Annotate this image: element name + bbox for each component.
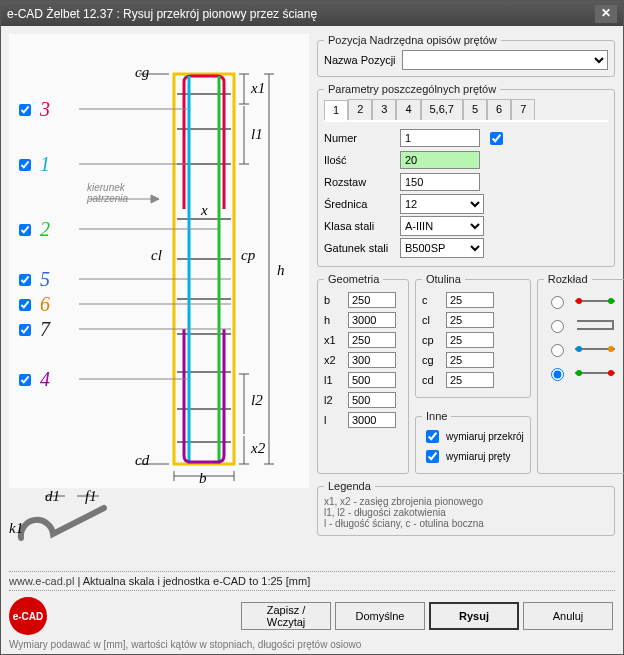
klasa-select[interactable]: A-IIIN (400, 216, 484, 236)
bar-3-label: 3 (40, 98, 50, 121)
main-window: e-CAD Żelbet 12.37 : Rysuj przekrój pion… (0, 0, 624, 655)
tab-4[interactable]: 4 (396, 99, 420, 120)
ilosc-input[interactable] (400, 151, 480, 169)
dim-x: x (201, 202, 208, 219)
cover-group: Otulina c cl cp cg cd (415, 273, 531, 398)
dim-k1: k1 (9, 520, 23, 537)
geo-b[interactable] (348, 292, 396, 308)
geometry-group: Geometria b h x1 x2 l1 l2 l (317, 273, 409, 474)
titlebar: e-CAD Żelbet 12.37 : Rysuj przekrój pion… (1, 1, 623, 26)
view-dir1: kierunek (87, 182, 125, 193)
geo-h[interactable] (348, 312, 396, 328)
tabs: 1 2 3 4 5,6,7 5 6 7 (324, 99, 608, 122)
gatunek-label: Gatunek stali (324, 242, 394, 254)
srednica-label: Średnica (324, 198, 394, 210)
bar-3-checkbox[interactable] (19, 104, 31, 116)
dim-x2: x2 (251, 440, 265, 457)
svg-point-43 (608, 298, 614, 304)
cov-c[interactable] (446, 292, 494, 308)
draw-button[interactable]: Rysuj (429, 602, 519, 630)
bar-1-label: 1 (40, 153, 50, 176)
hook-sketch: d1 f1 k1 (9, 490, 309, 546)
dim-x1: x1 (251, 80, 265, 97)
layout-opt-4[interactable] (551, 368, 564, 381)
status-line: www.e-cad.pl | Aktualna skala i jednostk… (9, 571, 615, 591)
bar-4-label: 4 (40, 368, 50, 391)
geo-l1[interactable] (348, 372, 396, 388)
cov-cg[interactable] (446, 352, 494, 368)
svg-marker-21 (151, 195, 159, 203)
dim-bars-check[interactable] (426, 450, 439, 463)
tab-7[interactable]: 7 (511, 99, 535, 120)
svg-point-42 (576, 298, 582, 304)
geo-x1[interactable] (348, 332, 396, 348)
params-group: Parametry poszczególnych prętów 1 2 3 4 … (317, 83, 615, 267)
tab-1[interactable]: 1 (324, 100, 348, 121)
layout-icon-4 (573, 365, 617, 381)
dim-l1: l1 (251, 126, 263, 143)
rozstaw-label: Rozstaw (324, 176, 394, 188)
footer-tail: | Aktualna skala i jednostka e-CAD to 1:… (74, 575, 310, 587)
section-drawing: 3 1 2 5 6 7 4 cg cd x1 l1 l2 x2 h b cp c… (9, 34, 309, 488)
footer-url[interactable]: www.e-cad.pl (9, 575, 74, 587)
bar-6-checkbox[interactable] (19, 299, 31, 311)
svg-point-45 (576, 346, 582, 352)
legend-legend: Legenda (324, 480, 375, 492)
gatunek-select[interactable]: B500SP (400, 238, 484, 258)
bar-2-checkbox[interactable] (19, 224, 31, 236)
bar-4-checkbox[interactable] (19, 374, 31, 386)
dim-cp: cp (241, 247, 255, 264)
window-title: e-CAD Żelbet 12.37 : Rysuj przekrój pion… (7, 7, 595, 21)
geo-l[interactable] (348, 412, 396, 428)
tab-567[interactable]: 5,6,7 (421, 99, 463, 120)
tab-2[interactable]: 2 (348, 99, 372, 120)
cov-cd[interactable] (446, 372, 494, 388)
cov-cp[interactable] (446, 332, 494, 348)
srednica-select[interactable]: 12 (400, 194, 484, 214)
numer-input[interactable] (400, 129, 480, 147)
bar-6-label: 6 (40, 293, 50, 316)
numer-checkbox[interactable] (490, 132, 503, 145)
bar-7-label: 7 (40, 318, 50, 341)
cancel-button[interactable]: Anuluj (523, 602, 613, 630)
cov-cl[interactable] (446, 312, 494, 328)
tab-5[interactable]: 5 (463, 99, 487, 120)
hint-line: Wymiary podawać w [mm], wartości kątów w… (9, 639, 615, 650)
rozstaw-input[interactable] (400, 173, 480, 191)
layout-opt-2[interactable] (551, 320, 564, 333)
svg-point-49 (608, 370, 614, 376)
ilosc-label: Ilość (324, 154, 394, 166)
geometry-legend: Geometria (324, 273, 383, 285)
bar-7-checkbox[interactable] (19, 324, 31, 336)
layout-icon-2 (573, 317, 617, 333)
close-button[interactable]: ✕ (595, 5, 617, 23)
tab-6[interactable]: 6 (487, 99, 511, 120)
geo-l2[interactable] (348, 392, 396, 408)
layout-opt-1[interactable] (551, 296, 564, 309)
tab-3[interactable]: 3 (372, 99, 396, 120)
klasa-label: Klasa stali (324, 220, 394, 232)
layout-group: Rozkład (537, 273, 624, 474)
layout-opt-3[interactable] (551, 344, 564, 357)
position-legend: Pozycja Nadrzędna opisów prętów (324, 34, 501, 46)
dim-h: h (277, 262, 285, 279)
bar-1-checkbox[interactable] (19, 159, 31, 171)
legend-line-2: l1, l2 - długości zakotwienia (324, 507, 608, 518)
legend-line-3: l - długość ściany, c - otulina boczna (324, 518, 608, 529)
cover-legend: Otulina (422, 273, 465, 285)
default-button[interactable]: Domyślne (335, 602, 425, 630)
position-label: Nazwa Pozycji (324, 54, 396, 66)
layout-icon-3 (573, 341, 617, 357)
dim-section-check[interactable] (426, 430, 439, 443)
layout-legend: Rozkład (544, 273, 592, 285)
dim-f1: f1 (85, 488, 97, 505)
dim-l2: l2 (251, 392, 263, 409)
position-select[interactable] (402, 50, 608, 70)
bar-5-checkbox[interactable] (19, 274, 31, 286)
save-load-button[interactable]: Zapisz / Wczytaj (241, 602, 331, 630)
svg-point-48 (576, 370, 582, 376)
dim-cd: cd (135, 452, 149, 469)
geo-x2[interactable] (348, 352, 396, 368)
other-legend: Inne (422, 410, 451, 422)
dim-cl: cl (151, 247, 162, 264)
